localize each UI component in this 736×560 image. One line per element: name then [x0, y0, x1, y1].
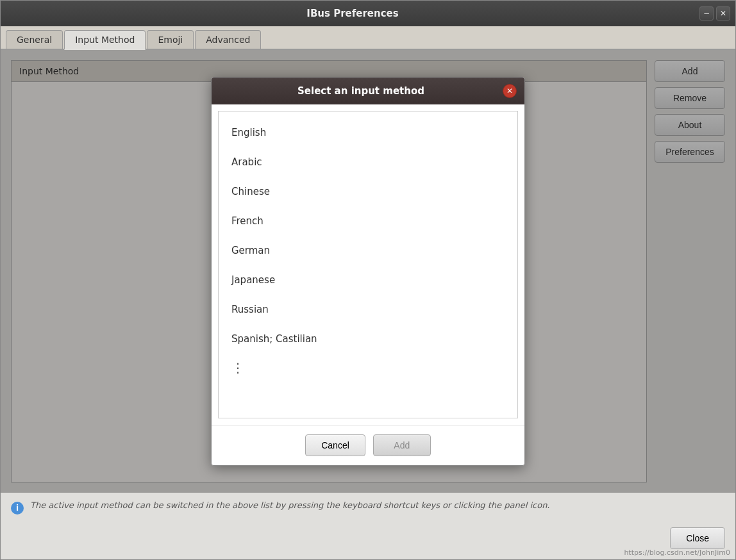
watermark: https://blog.csdn.net/JohnJim0: [624, 548, 730, 557]
list-item-english[interactable]: English: [219, 118, 517, 147]
list-item-arabic[interactable]: Arabic: [219, 147, 517, 177]
tab-general[interactable]: General: [6, 30, 63, 49]
info-text: The active input method can be switched …: [30, 500, 550, 510]
select-input-method-dialog: Select an input method ✕ English Arabic …: [211, 77, 525, 466]
tab-advanced[interactable]: Advanced: [195, 30, 261, 49]
main-content: Input Method Add Remove About Preference…: [1, 50, 735, 493]
main-window: IBus Preferences − ✕ General Input Metho…: [0, 0, 736, 560]
tabs-bar: General Input Method Emoji Advanced: [1, 26, 735, 50]
tab-emoji[interactable]: Emoji: [147, 30, 194, 49]
titlebar-controls: − ✕: [699, 6, 730, 21]
list-item-spanish[interactable]: Spanish; Castilian: [219, 324, 517, 354]
titlebar: IBus Preferences − ✕: [1, 1, 735, 26]
list-item-japanese[interactable]: Japanese: [219, 265, 517, 295]
list-item-french[interactable]: French: [219, 206, 517, 236]
cancel-button[interactable]: Cancel: [305, 434, 365, 456]
tab-input-method[interactable]: Input Method: [64, 30, 146, 50]
minimize-button[interactable]: −: [699, 6, 714, 21]
more-items-indicator: ⋮: [219, 354, 517, 382]
bottom-info: i The active input method can be switche…: [1, 493, 735, 522]
window-close-button[interactable]: ✕: [716, 6, 730, 21]
modal-list: English Arabic Chinese French German Jap…: [218, 111, 518, 418]
modal-add-button[interactable]: Add: [373, 434, 431, 456]
list-item-german[interactable]: German: [219, 236, 517, 265]
close-button[interactable]: Close: [670, 527, 725, 549]
modal-overlay: Select an input method ✕ English Arabic …: [1, 50, 735, 493]
modal-actions: Cancel Add: [212, 425, 524, 465]
window-title: IBus Preferences: [6, 8, 699, 19]
info-icon: i: [11, 502, 24, 515]
list-item-chinese[interactable]: Chinese: [219, 177, 517, 206]
modal-titlebar: Select an input method ✕: [212, 78, 524, 104]
modal-close-button[interactable]: ✕: [503, 84, 517, 98]
list-item-russian[interactable]: Russian: [219, 295, 517, 324]
modal-title: Select an input method: [219, 85, 503, 97]
